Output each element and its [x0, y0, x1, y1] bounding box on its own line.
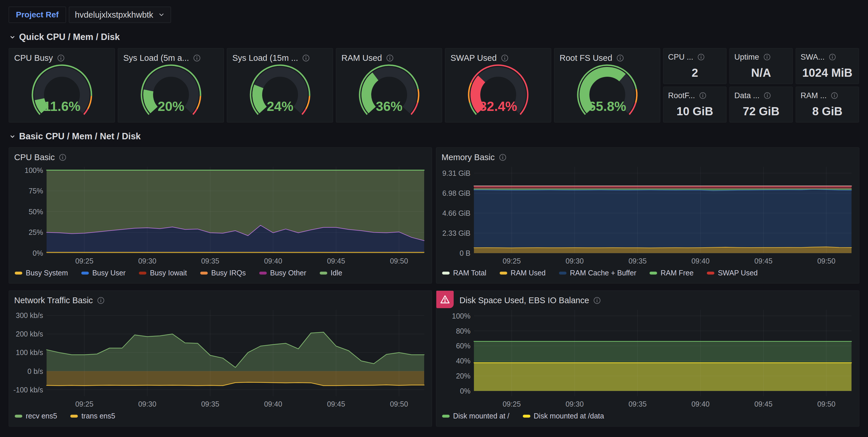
memory-basic-chart[interactable]: 0 B2.33 GiB4.66 GiB6.98 GiB9.31 GiB09:25… — [440, 163, 856, 266]
legend-item[interactable]: SWAP Used — [707, 269, 758, 277]
info-icon[interactable] — [193, 54, 201, 62]
svg-text:09:35: 09:35 — [201, 400, 219, 408]
stat-column-1: CPU ... 2 RootF... 10 GiB — [663, 48, 726, 122]
panel-title[interactable]: SWA... — [801, 53, 825, 62]
info-icon[interactable] — [593, 296, 601, 304]
panel-title[interactable]: Disk Space Used, EBS IO Balance — [460, 296, 589, 305]
info-icon[interactable] — [831, 92, 838, 99]
svg-text:09:45: 09:45 — [327, 400, 345, 408]
panel-title[interactable]: SWAP Used — [451, 53, 497, 63]
info-icon[interactable] — [699, 92, 707, 99]
legend-item[interactable]: Disk mounted at / — [442, 412, 509, 420]
legend-color-chip — [15, 272, 22, 274]
legend-item[interactable]: Busy System — [15, 269, 68, 277]
legend-item[interactable]: Busy Iowait — [139, 269, 187, 277]
legend-item[interactable]: Busy User — [81, 269, 126, 277]
ram-used-gauge[interactable]: 36% — [353, 64, 425, 121]
panel-title[interactable]: RootF... — [668, 91, 695, 100]
svg-text:0%: 0% — [33, 249, 43, 257]
stat-value: N/A — [730, 66, 793, 79]
legend-item[interactable]: RAM Total — [442, 269, 486, 277]
svg-text:09:45: 09:45 — [327, 257, 345, 265]
legend-label: RAM Used — [511, 269, 546, 277]
panel-title[interactable]: Sys Load (5m a... — [123, 53, 189, 63]
legend-color-chip — [320, 272, 327, 274]
info-icon[interactable] — [616, 54, 624, 62]
section-basic-cpu-mem-net-disk[interactable]: Basic CPU / Mem / Net / Disk — [9, 130, 859, 143]
quick-row: CPU Busy 11.6% Sys Load (5m a... 20% Sys… — [9, 48, 859, 122]
info-icon[interactable] — [829, 53, 836, 61]
root-fs-used-gauge[interactable]: 65.8% — [571, 64, 644, 121]
disk-space-chart[interactable]: 0%20%40%60%80%100%09:2509:3009:3509:4009… — [440, 307, 856, 409]
swap-used-gauge[interactable]: 32.4% — [462, 64, 534, 121]
panel-title[interactable]: Sys Load (15m ... — [232, 53, 298, 63]
legend-color-chip — [15, 415, 22, 417]
network-traffic-chart[interactable]: -100 kb/s0 b/s100 kb/s200 kb/s300 kb/s09… — [12, 307, 428, 409]
legend-color-chip — [139, 272, 146, 274]
panel-title[interactable]: Network Traffic Basic — [14, 296, 93, 305]
info-icon[interactable] — [697, 53, 705, 61]
svg-text:0 b/s: 0 b/s — [28, 367, 43, 375]
legend-color-chip — [559, 272, 566, 274]
panel-title[interactable]: RAM ... — [801, 91, 827, 100]
info-icon[interactable] — [57, 54, 65, 62]
variable-dropdown[interactable]: hvdelujxlxstpxkhwbtk — [69, 7, 171, 23]
svg-text:09:30: 09:30 — [566, 400, 584, 408]
sys-load-15m-gauge[interactable]: 24% — [244, 64, 316, 121]
panel-memory-basic: Memory Basic 0 B2.33 GiB4.66 GiB6.98 GiB… — [436, 147, 859, 284]
panel-ram-total: RAM ... 8 GiB — [796, 87, 859, 122]
svg-text:50%: 50% — [29, 208, 43, 216]
chevron-down-icon — [9, 33, 16, 41]
legend-color-chip — [259, 272, 267, 274]
panel-title[interactable]: RAM Used — [341, 53, 382, 63]
legend-label: trans ens5 — [81, 412, 115, 420]
cpu-busy-gauge[interactable]: 11.6% — [26, 64, 98, 121]
panel-title[interactable]: CPU ... — [668, 53, 693, 62]
info-icon[interactable] — [501, 54, 509, 62]
svg-text:-100 kb/s: -100 kb/s — [13, 386, 43, 394]
alert-state-badge[interactable] — [436, 291, 454, 308]
panel-title[interactable]: Data ... — [734, 91, 760, 100]
variable-value: hvdelujxlxstpxkhwbtk — [75, 10, 153, 20]
legend-item[interactable]: Busy IRQs — [200, 269, 246, 277]
legend-label: RAM Total — [453, 269, 486, 277]
info-icon[interactable] — [499, 153, 507, 161]
legend-item[interactable]: Busy Other — [259, 269, 306, 277]
legend-color-chip — [442, 415, 450, 417]
legend-color-chip — [707, 272, 714, 274]
svg-text:09:30: 09:30 — [138, 257, 157, 265]
legend-item[interactable]: RAM Cache + Buffer — [559, 269, 637, 277]
legend-label: RAM Free — [660, 269, 693, 277]
legend-item[interactable]: RAM Free — [650, 269, 693, 277]
legend-item[interactable]: Disk mounted at /data — [523, 412, 604, 420]
cpu-basic-chart[interactable]: 0%25%50%75%100%09:2509:3009:3509:4009:45… — [12, 163, 428, 266]
svg-text:2.33 GiB: 2.33 GiB — [442, 229, 470, 237]
alert-triangle-icon — [440, 294, 450, 305]
panel-sys-load-15m: Sys Load (15m ... 24% — [227, 48, 333, 122]
panel-title[interactable]: CPU Busy — [14, 53, 53, 63]
info-icon[interactable] — [59, 153, 66, 161]
grafana-dashboard: Project Ref hvdelujxlxstpxkhwbtk Quick C… — [0, 0, 868, 437]
legend-label: Busy Other — [270, 269, 306, 277]
panel-title[interactable]: Root FS Used — [560, 53, 612, 63]
info-icon[interactable] — [302, 54, 310, 62]
panel-title[interactable]: Memory Basic — [441, 153, 495, 162]
legend-label: Busy IRQs — [211, 269, 246, 277]
legend-item[interactable]: RAM Used — [500, 269, 546, 277]
info-icon[interactable] — [763, 53, 771, 61]
info-icon[interactable] — [764, 92, 771, 99]
panel-data-disk-total: Data ... 72 GiB — [730, 87, 793, 122]
stat-value: 72 GiB — [730, 105, 793, 118]
chevron-down-icon — [9, 133, 16, 140]
section-quick-cpu-mem-disk[interactable]: Quick CPU / Mem / Disk — [9, 31, 859, 43]
panel-title[interactable]: Uptime — [734, 53, 759, 62]
info-icon[interactable] — [97, 296, 105, 304]
legend-color-chip — [70, 415, 78, 417]
legend-item[interactable]: trans ens5 — [70, 412, 115, 420]
legend-label: Busy System — [26, 269, 68, 277]
panel-title[interactable]: CPU Basic — [14, 153, 55, 162]
sys-load-5m-gauge[interactable]: 20% — [135, 64, 207, 121]
legend-item[interactable]: recv ens5 — [15, 412, 57, 420]
legend-item[interactable]: Idle — [320, 269, 342, 277]
info-icon[interactable] — [386, 54, 394, 62]
